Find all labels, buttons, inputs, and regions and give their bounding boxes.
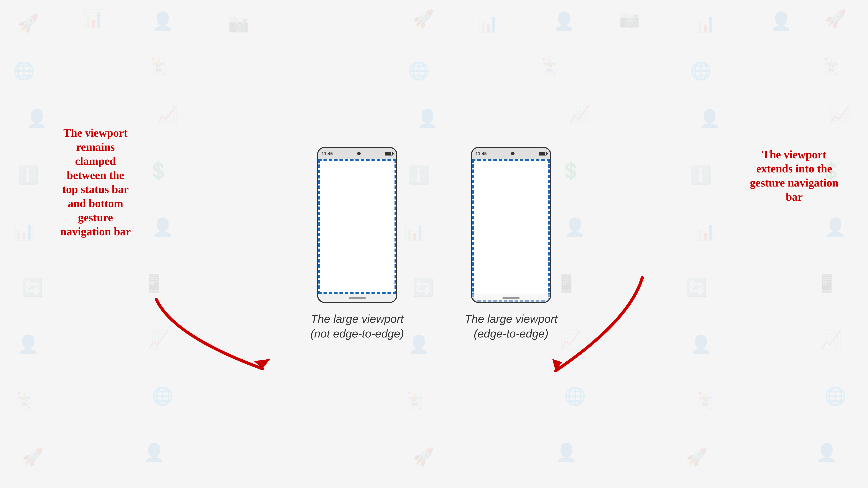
phone-frame-left: 11:45 [317, 147, 397, 303]
nav-bar-right [472, 294, 550, 302]
phone-frame-right: 11:45 [471, 147, 551, 303]
battery-fill-left [385, 152, 391, 155]
main-content: 11:45 The large viewport (not edge-to-ed… [0, 0, 868, 488]
battery-fill-right [539, 152, 545, 155]
annotation-left: The viewportremainsclampedbetween thetop… [35, 126, 156, 238]
status-time-left: 11:45 [321, 151, 333, 156]
status-bar-right: 11:45 [472, 148, 550, 159]
phone-caption-left: The large viewport (not edge-to-edge) [311, 312, 404, 341]
phone-group-right: 11:45 The large viewport (edge-to-edge) [465, 147, 557, 341]
camera-dot-right [511, 152, 515, 155]
nav-bar-left [318, 294, 396, 302]
nav-pill-right [502, 297, 520, 299]
viewport-clamped [318, 159, 396, 294]
viewport-edge [472, 159, 550, 302]
battery-left [385, 152, 393, 156]
nav-pill-left [348, 297, 366, 299]
camera-dot-left [357, 152, 361, 155]
battery-right [539, 152, 547, 156]
status-bar-left: 11:45 [318, 148, 396, 159]
status-time-right: 11:45 [475, 151, 487, 156]
phone-caption-right: The large viewport (edge-to-edge) [465, 312, 557, 341]
annotation-right: The viewportextends into thegesture navi… [738, 148, 850, 204]
phone-group-left: 11:45 The large viewport (not edge-to-ed… [311, 147, 404, 341]
